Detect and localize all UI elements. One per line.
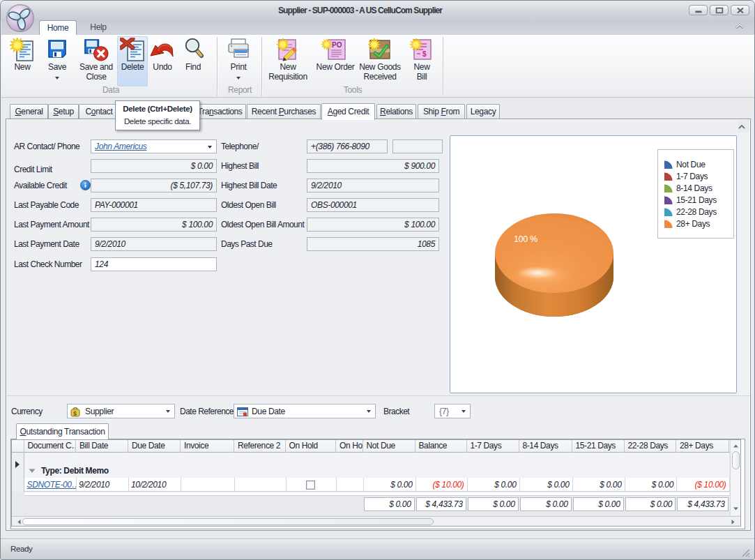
- svg-text:$: $: [73, 410, 77, 417]
- svg-text:100 %: 100 %: [514, 234, 537, 244]
- svg-text:$: $: [422, 50, 427, 58]
- svg-text:PO: PO: [332, 41, 342, 49]
